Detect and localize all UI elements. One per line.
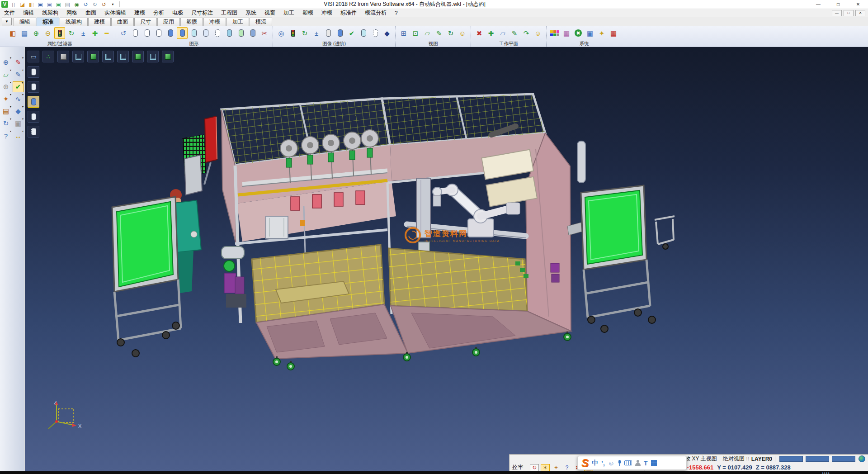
tab-3[interactable]: 建模: [88, 18, 111, 26]
delete-sketch-icon[interactable]: ✎: [13, 57, 24, 68]
ime-lang-chinese[interactable]: 中: [592, 459, 598, 467]
lock-label[interactable]: 拴牢: [512, 464, 523, 471]
back-view-button[interactable]: [147, 51, 159, 62]
active-layer-label[interactable]: LAYER0: [751, 456, 772, 462]
iso-view-button[interactable]: [87, 51, 99, 62]
flat-mode-button[interactable]: [28, 111, 39, 123]
ime-punct[interactable]: ’,: [601, 460, 605, 467]
menu-item-11[interactable]: 系统: [241, 9, 260, 17]
wireframe-mode-button[interactable]: [28, 66, 39, 78]
image-show-icon[interactable]: ◎: [276, 27, 287, 39]
cube-wire-button[interactable]: [72, 51, 84, 62]
cylinder-bw-icon[interactable]: [323, 27, 334, 39]
menu-item-6[interactable]: 建模: [130, 9, 149, 17]
cylinder-flat-icon[interactable]: [200, 27, 211, 39]
zoom-select-icon[interactable]: ⊕: [0, 57, 11, 68]
sync-red-icon[interactable]: ↻: [530, 464, 539, 471]
menu-item-18[interactable]: ?: [391, 9, 402, 17]
workplane-face-icon[interactable]: ☺: [533, 27, 543, 39]
cylinder-shaded-edges-icon[interactable]: [177, 27, 188, 39]
image-toggle-icon[interactable]: ±: [311, 27, 322, 39]
confirm-icon[interactable]: ✔: [13, 81, 24, 92]
solid-cube-icon[interactable]: ▣: [13, 118, 24, 129]
workplane-plane-icon[interactable]: ▱: [497, 27, 508, 39]
refresh-filter-icon[interactable]: ↻: [66, 27, 77, 39]
cylinder-mesh-icon[interactable]: [212, 27, 223, 39]
color-palette-icon[interactable]: [549, 27, 560, 39]
layers-palette-icon[interactable]: ▤: [0, 106, 11, 117]
cylinder-add-icon[interactable]: [236, 27, 246, 39]
settings-tools-icon[interactable]: ✖: [573, 27, 584, 39]
shield-icon[interactable]: ◆: [382, 27, 392, 39]
tab-dropdown-button[interactable]: ▼: [2, 18, 12, 25]
workplane-rotate-icon[interactable]: ↷: [521, 27, 532, 39]
zoom-all-icon[interactable]: ⊡: [410, 27, 421, 39]
remove-filter-icon[interactable]: ━: [101, 27, 112, 39]
visi-logo[interactable]: V: [1, 1, 8, 8]
save-all-icon[interactable]: ▣: [55, 1, 62, 8]
save-icon[interactable]: ▣: [37, 1, 44, 8]
help-icon[interactable]: ?: [0, 130, 11, 141]
menu-item-4[interactable]: 曲面: [81, 9, 100, 17]
cylinder-hidden-icon[interactable]: [142, 27, 152, 39]
regen-graphics-icon[interactable]: ↺: [118, 27, 129, 39]
image-traffic-light-icon[interactable]: [288, 27, 298, 39]
stamp-icon[interactable]: ✦: [552, 464, 561, 471]
menu-item-7[interactable]: 分析: [149, 9, 168, 17]
magic-wand-icon[interactable]: ✶: [541, 464, 550, 471]
sketch-ellipse-icon[interactable]: ✎: [13, 69, 24, 80]
window-colors-icon[interactable]: ▦: [561, 27, 572, 39]
mdi-restore-button[interactable]: □: [844, 10, 854, 16]
menu-item-12[interactable]: 视窗: [260, 9, 279, 17]
plane-grips-icon[interactable]: ▱: [0, 69, 11, 80]
minimize-button[interactable]: —: [808, 0, 828, 9]
transparent-mode-button[interactable]: [28, 126, 39, 137]
window-settings-icon[interactable]: ▣: [585, 27, 595, 39]
section-cut-icon[interactable]: ✂: [259, 27, 270, 39]
tab-9[interactable]: 加工: [226, 18, 249, 26]
tab-1[interactable]: 标准: [37, 18, 59, 26]
cylinder-cyan-icon[interactable]: [358, 27, 369, 39]
view-refresh-icon[interactable]: ↻: [445, 27, 456, 39]
mdi-minimize-button[interactable]: —: [832, 10, 842, 16]
preview-icon[interactable]: ◉: [73, 1, 80, 8]
screen-view-button[interactable]: ▭: [28, 51, 39, 62]
save-as-icon[interactable]: ▣: [46, 1, 53, 8]
view-sketch-icon[interactable]: ✎: [434, 27, 444, 39]
ime-skin-icon[interactable]: T: [644, 460, 648, 467]
zoom-solid-icon[interactable]: ⊕: [0, 81, 11, 92]
mdi-close-button[interactable]: ✕: [855, 10, 865, 16]
3d-viewport[interactable]: ▭∴ 智造资料网 INTELLIGENT MANUFACTURING DATA …: [25, 47, 868, 471]
tab-10[interactable]: 模流: [250, 18, 272, 26]
show-hide-toggle-icon[interactable]: ±: [78, 27, 89, 39]
menu-item-9[interactable]: 尺寸标注: [187, 9, 217, 17]
ime-keyboard-icon[interactable]: [624, 460, 632, 465]
redo-icon[interactable]: ↻: [91, 1, 99, 8]
menu-item-15[interactable]: 冲模: [317, 9, 336, 17]
ime-emoji-icon[interactable]: ☺: [608, 460, 614, 467]
cylinder-outline-icon[interactable]: [153, 27, 164, 39]
tab-0[interactable]: 编辑: [14, 18, 36, 26]
menu-item-16[interactable]: 标准件: [336, 9, 361, 17]
status-help-icon[interactable]: ?: [562, 464, 571, 471]
absolute-view-label[interactable]: 绝对视图: [723, 455, 745, 463]
ucs-axes-icon[interactable]: ✦: [0, 94, 11, 104]
maximize-button[interactable]: □: [828, 0, 848, 9]
tab-8[interactable]: 冲模: [203, 18, 226, 26]
top-view-button[interactable]: [162, 51, 174, 62]
windows-panes-icon[interactable]: ◆: [13, 106, 24, 117]
qat-dropdown-icon[interactable]: ▾: [109, 1, 117, 8]
cylinder-check-icon[interactable]: ✔: [346, 27, 357, 39]
menu-item-17[interactable]: 模流分析: [361, 9, 391, 17]
cylinder-analysis-icon[interactable]: [224, 27, 235, 39]
cylinder-compare-icon[interactable]: [247, 27, 258, 39]
cylinder-wire2-icon[interactable]: [370, 27, 381, 39]
cylinder-blue-icon[interactable]: [335, 27, 345, 39]
select-hand-icon[interactable]: ✦: [596, 27, 607, 39]
preview-page-icon[interactable]: ▤: [19, 27, 30, 39]
open-file-icon[interactable]: ◪: [19, 1, 26, 8]
cylinder-wire-icon[interactable]: [130, 27, 141, 39]
view-plane-icon[interactable]: ▱: [422, 27, 433, 39]
add-filter-icon[interactable]: ✚: [90, 27, 100, 39]
menu-item-0[interactable]: 文件: [0, 9, 19, 17]
